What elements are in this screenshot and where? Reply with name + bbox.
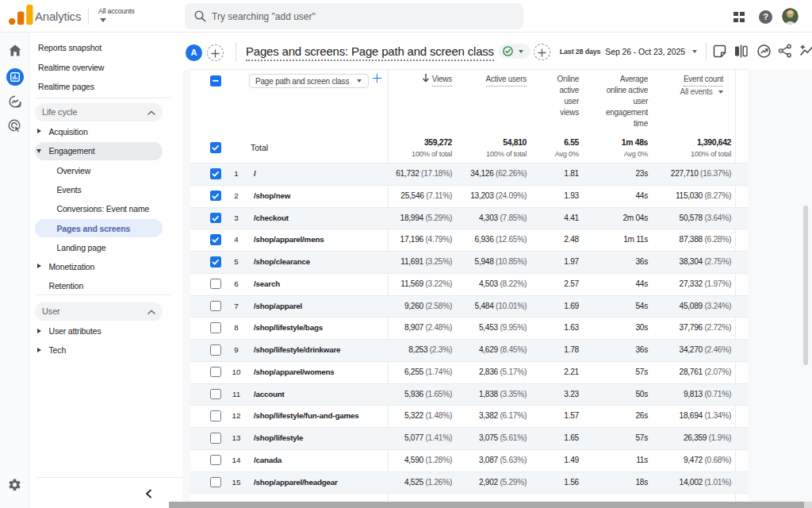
- row-checkbox[interactable]: [210, 256, 221, 267]
- horizontal-scrollbar-thumb[interactable]: [169, 502, 804, 508]
- collapse-icon[interactable]: [36, 149, 41, 153]
- account-switcher[interactable]: All accounts: [98, 7, 135, 15]
- column-header-event-count[interactable]: Event countAll events: [680, 74, 723, 98]
- chevron-up-icon[interactable]: [147, 306, 155, 316]
- cell-views: 8,253 (2.3%): [408, 345, 452, 354]
- row-checkbox[interactable]: [210, 389, 221, 400]
- total-value: 6.55: [555, 138, 579, 147]
- sidebar-item-reports-snapshot[interactable]: Reports snapshot: [30, 38, 182, 57]
- expand-icon[interactable]: [37, 348, 41, 352]
- user-avatar[interactable]: [782, 8, 799, 25]
- row-page-path: /shop/new: [254, 191, 290, 200]
- expand-icon[interactable]: [37, 129, 41, 133]
- sidebar-item-landing-page[interactable]: Landing page: [30, 238, 182, 257]
- row-checkbox[interactable]: [210, 213, 221, 224]
- row-checkbox[interactable]: [210, 367, 221, 378]
- cell-online-views: 2.48: [564, 235, 579, 244]
- sidebar-item-conversions-event-name[interactable]: Conversions: Event name: [30, 199, 182, 218]
- row-page-path: /shop/apparel/mens: [254, 235, 324, 244]
- dimension-selector[interactable]: Page path and screen class: [249, 74, 369, 88]
- sidebar-item-engagement[interactable]: Engagement: [30, 141, 182, 160]
- table-row[interactable]: 15/shop/apparel/headgear4,525 (1.26%)2,9…: [190, 471, 748, 494]
- help-icon[interactable]: ?: [759, 10, 772, 24]
- date-range-picker[interactable]: Last 28 days Sep 26 - Oct 23, 2025: [560, 33, 697, 70]
- add-report-button[interactable]: [534, 44, 550, 60]
- sidebar-item-user-attributes[interactable]: User attributes: [30, 321, 182, 341]
- explore-icon[interactable]: [0, 94, 29, 109]
- table-row[interactable]: 4/shop/apparel/mens17,196 (4.79%)6,936 (…: [190, 229, 748, 251]
- row-checkbox[interactable]: [210, 279, 221, 290]
- table-row[interactable]: 1/61,732 (17.18%)34,126 (62.26%)1.8123s2…: [190, 163, 748, 185]
- report-status-badge[interactable]: [499, 44, 530, 59]
- reports-icon[interactable]: [6, 68, 24, 86]
- insights-sparkline-icon[interactable]: [799, 44, 812, 59]
- column-header-active-users[interactable]: Active users: [486, 74, 527, 87]
- column-header-online-active-user-views[interactable]: Onlineactiveuserviews: [557, 74, 579, 118]
- insights-clock-icon[interactable]: [756, 44, 772, 59]
- cell-event-count: 27,332 (1.97%): [680, 279, 731, 288]
- row-checkbox[interactable]: [210, 190, 221, 202]
- sidebar-item-life-cycle[interactable]: Life cycle: [30, 102, 182, 121]
- table-row[interactable]: 8/shop/lifestyle/bags8,907 (2.48%)5,453 …: [190, 317, 748, 339]
- table-row[interactable]: 9/shop/lifestyle/drinkware8,253 (2.3%)4,…: [190, 339, 748, 361]
- property-badge[interactable]: A: [186, 44, 202, 61]
- expand-icon[interactable]: [37, 264, 41, 268]
- row-checkbox[interactable]: [210, 234, 221, 245]
- cell-online-views: 4.41: [564, 214, 579, 222]
- sidebar-item-events[interactable]: Events: [30, 180, 182, 199]
- settings-gear-icon[interactable]: [0, 479, 29, 492]
- row-checkbox[interactable]: [210, 410, 221, 421]
- table-row[interactable]: 6/search11,569 (3.22%)4,503 (8.22%)2.574…: [190, 273, 748, 295]
- sidebar-item-acquisition[interactable]: Acquisition: [30, 122, 182, 141]
- sidebar-item-realtime-overview[interactable]: Realtime overview: [30, 58, 182, 77]
- chevron-up-icon[interactable]: [147, 107, 155, 117]
- sidebar-item-pages-and-screens[interactable]: Pages and screens: [30, 219, 182, 238]
- comparison-icon[interactable]: [733, 44, 749, 59]
- table-row[interactable]: 12/shop/lifestyle/fun-and-games5,322 (1.…: [190, 405, 748, 427]
- row-checkbox[interactable]: [210, 322, 221, 333]
- table-row[interactable]: 3/checkout18,994 (5.29%)4,303 (7.85%)4.4…: [190, 207, 748, 229]
- table-row[interactable]: 13/shop/lifestyle5,077 (1.41%)3,075 (5.6…: [190, 427, 748, 449]
- row-page-path: /shop/lifestyle/fun-and-games: [254, 411, 358, 420]
- table-row[interactable]: 14/canada4,590 (1.28%)3,087 (5.63%)1.491…: [190, 449, 748, 471]
- table-row[interactable]: 7/shop/apparel9,260 (2.58%)5,484 (10.01%…: [190, 295, 748, 318]
- home-icon[interactable]: [0, 44, 29, 56]
- sidebar-item-user[interactable]: User: [30, 302, 182, 321]
- sidebar-item-label: Realtime overview: [38, 63, 104, 72]
- row-checkbox[interactable]: [210, 168, 221, 179]
- search-bar[interactable]: Try searching "add user": [185, 3, 523, 29]
- sidebar-item-monetization[interactable]: Monetization: [30, 257, 182, 276]
- column-header-avg-engagement-time[interactable]: Averageonline activeuserengagementtime: [606, 74, 648, 129]
- vertical-scrollbar[interactable]: [803, 206, 808, 365]
- apps-grid-icon[interactable]: [733, 12, 745, 23]
- add-comparison-button[interactable]: [207, 44, 224, 61]
- row-checkbox[interactable]: [210, 433, 221, 444]
- share-icon[interactable]: [778, 44, 793, 59]
- add-dimension-button[interactable]: [373, 74, 381, 83]
- icon-rail: [0, 33, 29, 508]
- table-row[interactable]: 11/account5,936 (1.65%)1,838 (3.35%)3.23…: [190, 383, 748, 406]
- row-checkbox[interactable]: [210, 477, 221, 488]
- report-title[interactable]: Pages and screens: Page path and screen …: [246, 44, 494, 61]
- row-page-path: /search: [254, 279, 280, 288]
- sidebar-item-overview[interactable]: Overview: [30, 161, 182, 180]
- table-row[interactable]: 2/shop/new25,546 (7.11%)13,203 (24.09%)1…: [190, 185, 748, 207]
- notes-icon[interactable]: [712, 44, 727, 59]
- collapse-drawer-icon[interactable]: [144, 487, 153, 502]
- cell-online-views: 1.78: [564, 345, 579, 354]
- column-header-views[interactable]: Views: [432, 74, 452, 87]
- horizontal-scrollbar[interactable]: [169, 502, 812, 508]
- row-checkbox[interactable]: [210, 455, 221, 466]
- total-subtext: 100% of total: [412, 150, 452, 158]
- row-checkbox[interactable]: [210, 142, 221, 153]
- expand-icon[interactable]: [37, 329, 41, 333]
- table-row[interactable]: 5/shop/clearance11,691 (3.25%)5,948 (10.…: [190, 251, 748, 273]
- row-checkbox[interactable]: [210, 344, 221, 356]
- row-checkbox[interactable]: [210, 301, 221, 312]
- select-all-checkbox[interactable]: [210, 75, 221, 87]
- table-row[interactable]: 10/shop/apparel/womens6,255 (1.74%)2,836…: [190, 361, 748, 383]
- sidebar-item-realtime-pages[interactable]: Realtime pages: [30, 77, 182, 96]
- sidebar-item-retention[interactable]: Retention: [30, 276, 182, 295]
- sidebar-item-tech[interactable]: Tech: [30, 341, 182, 360]
- advertising-icon[interactable]: [0, 118, 29, 133]
